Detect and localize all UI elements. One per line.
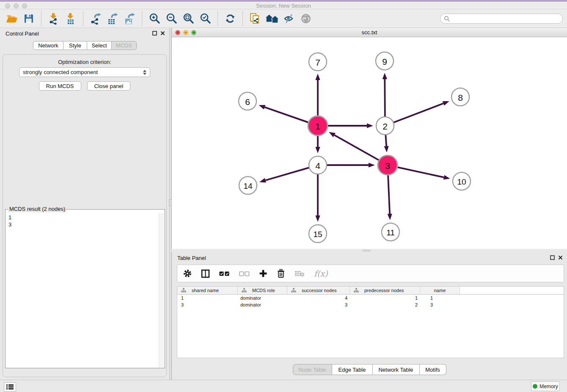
refresh-view-button[interactable] [223, 11, 238, 26]
zoom-selected-button[interactable] [198, 11, 213, 26]
graph-node-1[interactable]: 1 [308, 116, 328, 135]
search-input[interactable] [450, 14, 559, 23]
new-network-from-selection-button[interactable] [248, 11, 263, 26]
zoom-in-button[interactable] [147, 11, 162, 26]
edge-4-15[interactable] [315, 174, 320, 222]
table-row[interactable]: 1dominator411 [177, 295, 564, 301]
close-panel-button[interactable]: Close panel [87, 81, 131, 91]
tab-network-table[interactable]: Network Table [373, 364, 420, 375]
export-image-button[interactable] [122, 11, 137, 26]
import-table-button[interactable] [63, 11, 78, 26]
edge-1-6[interactable] [259, 105, 308, 123]
delete-table-button [295, 270, 305, 277]
first-neighbors-button[interactable] [264, 11, 280, 26]
column-header-name[interactable]: name [420, 287, 460, 294]
node-label: 11 [386, 228, 395, 237]
column-header-successor-nodes[interactable]: successor nodes [287, 287, 350, 294]
deselect-all-columns-button[interactable] [239, 271, 250, 276]
control-panel-title: Control Panel [6, 30, 39, 37]
horizontal-splitter[interactable] [171, 249, 567, 252]
network-canvas[interactable]: 7968124314101511 [172, 37, 567, 249]
column-type-icon [242, 288, 247, 293]
edge-1-2[interactable] [328, 123, 373, 128]
edge-1-4[interactable] [315, 135, 320, 153]
column-header-shared-name[interactable]: shared name [177, 287, 238, 294]
graph-node-9[interactable]: 9 [376, 52, 394, 70]
mcds-result-group: MCDS result (2 nodes) 1 3 [5, 209, 165, 368]
select-all-columns-button[interactable] [219, 271, 230, 276]
close-panel-icon[interactable] [558, 255, 563, 260]
graph-node-11[interactable]: 11 [382, 223, 399, 241]
float-panel-icon[interactable] [550, 255, 555, 260]
tab-node-table[interactable]: Node Table [293, 364, 332, 375]
optimization-criterion-dropdown[interactable]: strongly connected component [19, 67, 150, 77]
edge-4-14[interactable] [259, 168, 309, 183]
import-network-button[interactable] [46, 11, 61, 26]
new-network-document-icon [250, 13, 261, 25]
edge-3-1[interactable] [329, 132, 379, 160]
node-table: shared name MCDS role successor nodes pr… [177, 286, 564, 358]
column-header-predecessor-nodes[interactable]: predecessor nodes [350, 287, 420, 294]
export-table-button[interactable] [105, 11, 120, 26]
edge-4-3[interactable] [327, 163, 375, 167]
zoom-out-icon [166, 13, 177, 24]
table-cell: dominator [238, 295, 287, 301]
graph-node-6[interactable]: 6 [239, 92, 256, 110]
columns-icon [201, 269, 210, 278]
edge-3-10[interactable] [397, 167, 450, 179]
network-view-window: scc.txt 7968124314101511 [171, 28, 567, 249]
graph-node-3[interactable]: 3 [378, 155, 397, 175]
table-row[interactable]: 3dominator323 [177, 301, 564, 308]
result-scrollbar[interactable] [159, 213, 164, 367]
graph-node-4[interactable]: 4 [309, 156, 327, 174]
zoom-out-button[interactable] [164, 11, 179, 26]
zoom-fit-button[interactable] [181, 11, 196, 26]
graph-node-15[interactable]: 15 [309, 225, 327, 243]
tab-edge-table[interactable]: Edge Table [332, 364, 373, 375]
unchecked-boxes-icon [239, 271, 250, 276]
tab-style[interactable]: Style [63, 41, 87, 50]
graph-node-8[interactable]: 8 [451, 88, 469, 106]
node-label: 3 [385, 161, 390, 171]
tab-mcds[interactable]: MCDS [112, 41, 137, 50]
edge-2-3[interactable] [384, 135, 389, 152]
mcds-result-text[interactable]: 1 3 [6, 213, 158, 367]
float-panel-icon[interactable] [152, 31, 157, 36]
graph-node-14[interactable]: 14 [239, 177, 257, 194]
column-header-mcds-role[interactable]: MCDS role [238, 287, 287, 294]
show-graphics-details-button[interactable] [298, 11, 314, 26]
show-columns-button[interactable] [201, 269, 210, 278]
task-history-button[interactable] [4, 382, 16, 392]
table-cell: 3 [177, 302, 238, 307]
tab-network[interactable]: Network [33, 41, 63, 50]
node-label: 1 [315, 121, 320, 131]
export-network-button[interactable] [88, 11, 103, 26]
control-panel-tabs: Network Style Select MCDS [33, 41, 137, 50]
table-cell: 1 [420, 295, 460, 301]
zoom-in-icon [149, 13, 160, 24]
eye-icon [300, 13, 312, 24]
hide-graphics-details-button[interactable] [281, 11, 297, 26]
import-network-icon [48, 13, 59, 25]
table-cell: 1 [350, 295, 420, 301]
edge-1-7[interactable] [315, 74, 320, 116]
open-session-button[interactable] [4, 11, 19, 26]
edge-2-9[interactable] [383, 73, 387, 117]
edge-3-11[interactable] [388, 175, 392, 220]
table-cell: 3 [287, 302, 350, 307]
table-mode-button[interactable] [183, 269, 192, 278]
save-session-button[interactable] [21, 11, 36, 26]
window-titlebar: Session: New Session [0, 0, 567, 9]
graph-node-10[interactable]: 10 [453, 172, 471, 190]
graph-node-7[interactable]: 7 [309, 53, 327, 71]
tab-motifs[interactable]: Motifs [420, 364, 446, 375]
tab-select[interactable]: Select [87, 41, 112, 50]
run-mcds-button[interactable]: Run MCDS [39, 81, 81, 91]
memory-button[interactable]: Memory [531, 381, 560, 391]
close-panel-icon[interactable] [160, 31, 165, 36]
graph-node-2[interactable]: 2 [376, 117, 394, 135]
delete-columns-button[interactable] [277, 269, 285, 278]
splitter-grip[interactable] [363, 250, 370, 251]
edge-2-8[interactable] [394, 101, 449, 123]
create-column-button[interactable] [259, 269, 267, 278]
